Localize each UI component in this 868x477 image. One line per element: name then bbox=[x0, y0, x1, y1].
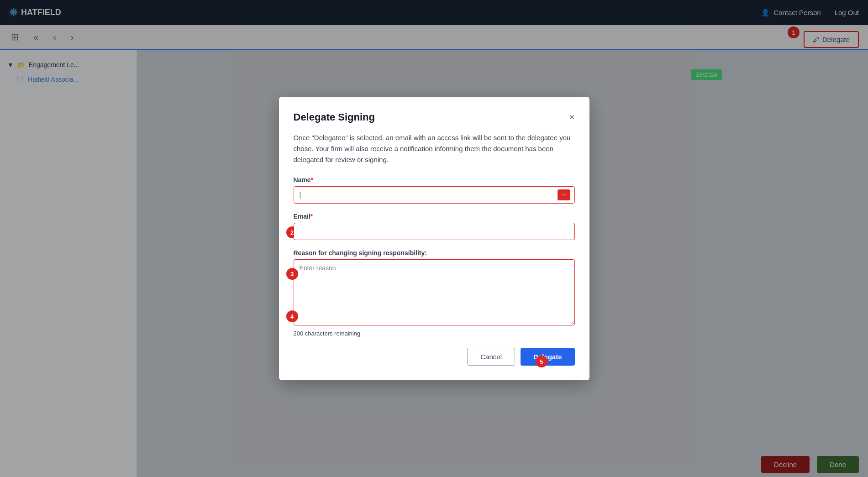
cancel-button[interactable]: Cancel bbox=[467, 348, 515, 366]
step-badge-4: 4 bbox=[286, 310, 298, 322]
delegate-button[interactable]: Delegate bbox=[521, 348, 575, 366]
reason-textarea[interactable] bbox=[294, 259, 575, 325]
modal-footer: Cancel Delegate bbox=[294, 348, 575, 366]
modal-description: Once "Delegatee" is selected, an email w… bbox=[294, 132, 575, 165]
modal-header: Delegate Signing × bbox=[294, 111, 575, 123]
name-form-group: Name* ⋯ bbox=[294, 176, 575, 204]
modal-overlay: Delegate Signing × Once "Delegatee" is s… bbox=[0, 0, 868, 477]
step-badge-5: 5 bbox=[536, 356, 547, 367]
reason-label: Reason for changing signing responsibili… bbox=[294, 249, 575, 257]
reason-form-group: Reason for changing signing responsibili… bbox=[294, 249, 575, 337]
char-count: 200 characters remaining bbox=[294, 330, 575, 337]
name-input-icon: ⋯ bbox=[558, 189, 570, 200]
email-label: Email* bbox=[294, 213, 575, 220]
name-input-wrapper: ⋯ bbox=[294, 186, 575, 204]
email-form-group: Email* bbox=[294, 213, 575, 240]
email-input-wrapper bbox=[294, 223, 575, 240]
name-label: Name* bbox=[294, 176, 575, 183]
step-badge-3: 3 bbox=[286, 268, 298, 280]
modal-title: Delegate Signing bbox=[294, 111, 375, 123]
name-input[interactable] bbox=[294, 186, 575, 204]
modal-close-button[interactable]: × bbox=[569, 112, 575, 122]
delegate-signing-modal: Delegate Signing × Once "Delegatee" is s… bbox=[279, 97, 589, 380]
email-input[interactable] bbox=[294, 223, 575, 240]
